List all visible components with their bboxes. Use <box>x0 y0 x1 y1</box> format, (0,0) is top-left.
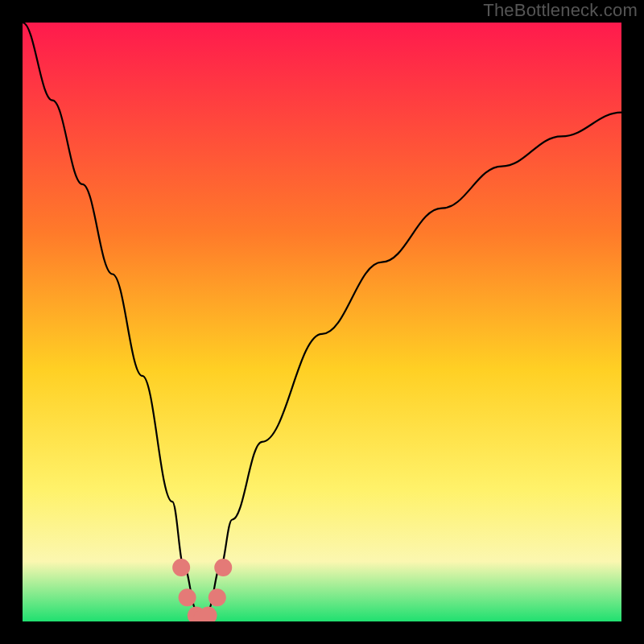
plot-area <box>23 23 621 621</box>
watermark-text: TheBottleneck.com <box>483 0 638 21</box>
gradient-background <box>23 23 621 621</box>
curve-marker-dot <box>172 559 190 576</box>
curve-marker-dot <box>179 588 196 606</box>
curve-marker-dot <box>208 588 226 606</box>
chart-frame: TheBottleneck.com <box>0 0 644 644</box>
curve-marker-dot <box>214 559 232 576</box>
bottleneck-chart <box>23 23 621 621</box>
